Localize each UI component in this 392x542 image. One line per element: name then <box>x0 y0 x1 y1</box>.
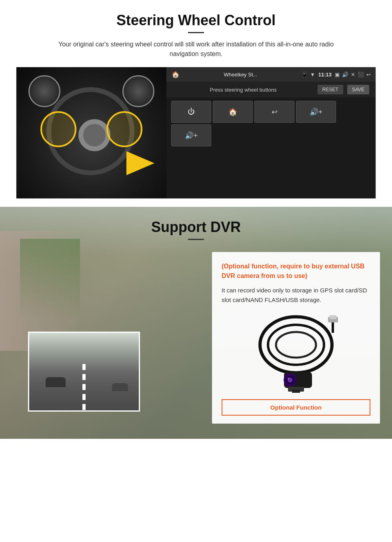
yellow-arrow <box>126 151 154 175</box>
save-button[interactable]: SAVE <box>347 85 369 94</box>
arrow-indicator <box>126 151 158 175</box>
svg-point-2 <box>276 332 316 358</box>
dvr-title-area: Support DVR <box>0 207 392 244</box>
dvr-product-image <box>222 313 370 393</box>
steering-wheel-bg <box>16 67 166 199</box>
dvr-section-title: Support DVR <box>0 219 392 236</box>
dvr-content-area: (Optional function, require to buy exter… <box>0 244 392 432</box>
android-topbar: 🏠 Wheelkey St... 📱 ▼ 11:13 ▣ 🔊 ✕ ⬛ ↩ <box>166 67 376 82</box>
steering-section-subtitle: Your original car's steering wheel contr… <box>56 40 336 59</box>
gauge-left <box>28 75 60 107</box>
dvr-left-panel <box>12 252 204 424</box>
back-icon: ↩ <box>366 72 371 78</box>
svg-rect-12 <box>292 390 300 393</box>
reset-button[interactable]: RESET <box>318 85 343 94</box>
status-icons: 📱 ▼ <box>301 72 315 78</box>
vol-up-button1[interactable]: 🔊+ <box>296 101 336 123</box>
steering-section-title: Steering Wheel Control <box>16 12 376 29</box>
swc-function-buttons: ⏻ 🏠 ↩ 🔊+ 🔊+ <box>166 98 376 150</box>
steering-wheel-section: Steering Wheel Control Your original car… <box>0 0 392 207</box>
dvr-camera-svg <box>236 313 356 393</box>
clock-display: 11:13 <box>318 72 332 78</box>
steering-composite-image: 🏠 Wheelkey St... 📱 ▼ 11:13 ▣ 🔊 ✕ ⬛ ↩ Pre… <box>16 67 376 199</box>
dvr-info-box: (Optional function, require to buy exter… <box>212 252 380 424</box>
back-func-button[interactable]: ↩ <box>254 101 294 123</box>
swc-instruction-text: Press steering wheel buttons <box>173 87 314 93</box>
android-screen-panel: 🏠 Wheelkey St... 📱 ▼ 11:13 ▣ 🔊 ✕ ⬛ ↩ Pre… <box>166 67 376 198</box>
title-divider <box>188 32 204 33</box>
sim-icon: 📱 <box>301 72 308 78</box>
steering-wheel-photo <box>16 67 166 199</box>
optional-function-badge[interactable]: Optional Function <box>222 399 370 416</box>
right-button-highlight <box>106 111 142 147</box>
power-button[interactable]: ⏻ <box>171 101 211 123</box>
svg-rect-4 <box>330 315 336 319</box>
app-title: Wheelkey St... <box>183 72 298 78</box>
dvr-description-text: It can record video only to storage in G… <box>222 286 370 305</box>
home-func-button[interactable]: 🏠 <box>213 101 253 123</box>
thumbnail-car-1 <box>46 377 66 387</box>
thumbnail-car-2 <box>112 383 128 391</box>
camera-icon: ▣ <box>335 72 340 78</box>
home-icon: 🏠 <box>171 70 180 79</box>
dvr-section: Support DVR (Optional function, require … <box>0 207 392 439</box>
close-icon: ✕ <box>351 72 355 78</box>
volume-icon: 🔊 <box>342 72 348 78</box>
svg-point-10 <box>288 378 289 379</box>
dvr-road-thumbnail <box>28 332 140 412</box>
dvr-right-panel: (Optional function, require to buy exter… <box>212 252 380 424</box>
swc-instruction-row: Press steering wheel buttons RESET SAVE <box>166 82 376 98</box>
left-button-highlight <box>40 111 76 147</box>
dvr-optional-notice: (Optional function, require to buy exter… <box>222 262 370 281</box>
steering-wheel-hub <box>78 119 110 151</box>
gauge-right <box>122 75 154 107</box>
rotate-icon: ⬛ <box>358 72 364 78</box>
vol-up-button2[interactable]: 🔊+ <box>171 124 211 146</box>
action-icons: ▣ 🔊 ✕ ⬛ ↩ <box>335 72 371 78</box>
dvr-title-divider <box>188 239 204 240</box>
wifi-icon: ▼ <box>310 72 315 78</box>
dvr-road-view <box>29 333 139 410</box>
